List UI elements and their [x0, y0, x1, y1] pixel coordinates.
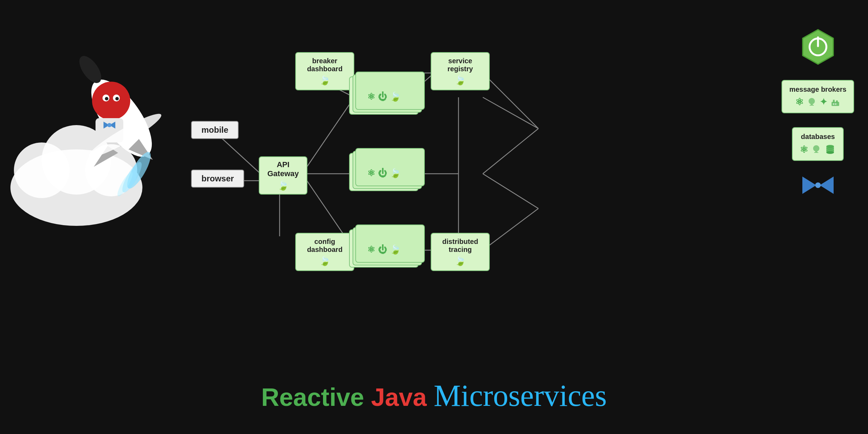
svg-line-37 — [483, 97, 538, 129]
mid-atom-icon: ⚛ — [367, 168, 375, 179]
top-atom-icon: ⚛ — [367, 91, 375, 102]
mobile-label: mobile — [201, 125, 228, 134]
svg-line-36 — [483, 174, 538, 208]
svg-rect-45 — [836, 100, 838, 103]
svg-rect-44 — [833, 100, 835, 103]
title-reactive: Reactive — [261, 383, 364, 411]
svg-line-38 — [483, 208, 538, 250]
bottom-microservice-stack: ⚛ ⏻ 🍃 — [349, 229, 419, 268]
svg-point-55 — [815, 182, 821, 188]
svg-point-16 — [107, 123, 111, 127]
bowtie-icon — [801, 175, 835, 196]
breaker-dashboard-box: breaker dashboard 🍃 — [295, 52, 354, 90]
svg-line-35 — [483, 129, 538, 174]
svg-line-23 — [302, 97, 354, 174]
svg-marker-53 — [802, 177, 816, 194]
breaker-dashboard-label: breaker dashboard — [307, 57, 342, 73]
middle-microservice-stack: ⚛ ⏻ 🍃 — [349, 153, 419, 191]
api-gateway-leaf-icon: 🍃 — [278, 180, 289, 191]
spring-boot-icon — [799, 28, 837, 66]
svg-rect-47 — [835, 103, 836, 105]
distributed-tracing-label: distributed tracing — [442, 238, 478, 254]
broker-redux-icon — [807, 97, 817, 107]
db-cylinder-icon — [824, 144, 836, 155]
databases-label: databases — [800, 133, 836, 141]
top-leaf-icon: 🍃 — [390, 91, 401, 102]
bot-power-icon: ⏻ — [378, 244, 387, 255]
config-dashboard-label: config dashboard — [307, 238, 342, 254]
api-gateway-label: API Gateway — [267, 160, 299, 178]
broker-mesh-icon: ✦ — [820, 97, 827, 107]
diagram-area: mobile browser API Gateway 🍃 breaker das… — [191, 28, 764, 341]
title-java: Java — [371, 383, 427, 411]
title-microservices: Microservices — [433, 378, 606, 413]
config-dashboard-box: config dashboard 🍃 — [295, 233, 354, 271]
svg-point-8 — [92, 82, 130, 120]
mascot-area — [7, 21, 188, 236]
bot-leaf-icon: 🍃 — [390, 244, 401, 255]
db-redux-icon — [811, 144, 821, 155]
breaker-leaf-icon: 🍃 — [319, 75, 330, 86]
top-power-icon: ⏻ — [378, 91, 387, 102]
config-leaf-icon: 🍃 — [319, 256, 330, 267]
mobile-client: mobile — [191, 121, 239, 139]
svg-point-13 — [115, 97, 119, 100]
broker-factory-icon — [830, 97, 841, 107]
service-registry-leaf-icon: 🍃 — [455, 75, 466, 86]
svg-point-12 — [105, 97, 108, 100]
browser-label: browser — [201, 174, 234, 183]
mid-power-icon: ⏻ — [378, 168, 387, 179]
service-registry-label: service registry — [447, 57, 473, 73]
distributed-tracing-leaf-icon: 🍃 — [455, 256, 466, 267]
broker-atom-icon: ⚛ — [795, 96, 804, 108]
db-atom-icon: ⚛ — [800, 144, 808, 155]
distributed-tracing-box: distributed tracing 🍃 — [431, 233, 490, 271]
mid-leaf-icon: 🍃 — [390, 168, 401, 179]
service-registry-box: service registry 🍃 — [431, 52, 490, 90]
browser-client: browser — [191, 170, 244, 188]
top-microservice-stack: ⚛ ⏻ 🍃 — [349, 76, 419, 115]
svg-marker-54 — [820, 177, 834, 194]
svg-line-39 — [483, 73, 538, 129]
svg-line-21 — [219, 136, 261, 174]
svg-point-52 — [826, 149, 834, 152]
page-title: Reactive Java Microservices — [261, 378, 607, 413]
right-panel: message brokers ⚛ ✦ databases ⚛ — [782, 28, 854, 196]
mascot-svg — [7, 21, 188, 236]
message-brokers-box: message brokers ⚛ ✦ — [782, 80, 854, 113]
databases-box: databases ⚛ — [792, 127, 844, 161]
bot-atom-icon: ⚛ — [367, 244, 375, 255]
message-brokers-label: message brokers — [789, 85, 846, 93]
svg-rect-46 — [833, 103, 834, 105]
api-gateway-box: API Gateway 🍃 — [259, 156, 307, 195]
